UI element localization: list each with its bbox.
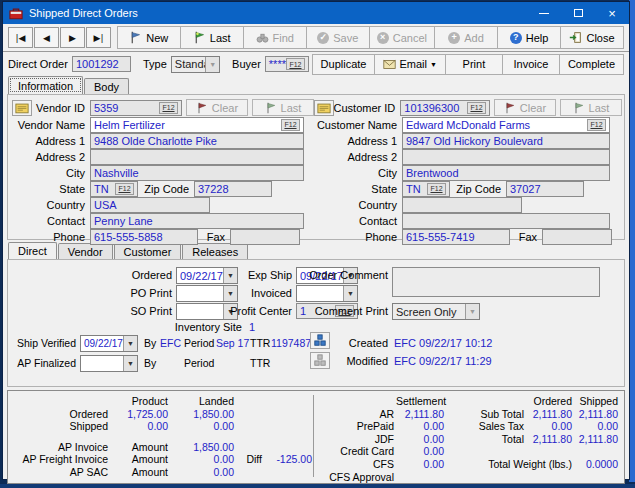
duplicate-button[interactable]: Duplicate	[312, 54, 376, 75]
close-button-label: Close	[586, 32, 614, 44]
customer-name-f12-button[interactable]: F12	[587, 119, 606, 131]
last-button[interactable]: Last	[180, 26, 244, 49]
direct-order-field[interactable]: 1001292	[72, 56, 131, 72]
email-dropdown-icon[interactable]: ▼	[430, 61, 437, 68]
vendor-lookup-card-icon	[15, 102, 29, 114]
customer-country-field[interactable]	[402, 197, 522, 213]
find-button[interactable]: Find	[243, 26, 307, 49]
help-button[interactable]: ? Help	[497, 26, 561, 49]
new-flag-icon	[129, 31, 142, 44]
maximize-button[interactable]	[561, 2, 595, 24]
customer-clear-button[interactable]: Clear	[494, 99, 556, 116]
exp-ship-label: Exp Ship	[172, 269, 292, 281]
close-window-button[interactable]: ×	[595, 2, 629, 24]
customer-address1-field[interactable]: 9847 Old Hickory Boulevard	[402, 133, 610, 149]
customer-address2-field[interactable]	[402, 149, 610, 165]
vendor-last-button[interactable]: Last	[252, 99, 314, 116]
order-comment-field[interactable]	[392, 267, 600, 297]
save-button[interactable]: ✓ Save	[306, 26, 370, 49]
customer-zip-field[interactable]: 37027	[506, 181, 584, 197]
customer-lookup-button[interactable]	[314, 100, 334, 116]
main-tabstrip: Information Body	[3, 76, 629, 94]
tab-releases[interactable]: Releases	[182, 243, 248, 259]
ship-verified-drilldown-button[interactable]	[310, 332, 330, 349]
cancel-button[interactable]: × Cancel	[369, 26, 435, 49]
ap-finalized-combo[interactable]: ▼	[80, 355, 138, 372]
shipped-row-label: Shipped	[8, 420, 110, 433]
vendor-fax-field[interactable]	[230, 229, 300, 245]
customer-zip-value: 37027	[510, 183, 541, 195]
tab-vendor[interactable]: Vendor	[58, 243, 113, 259]
vendor-name-f12-button[interactable]: F12	[281, 119, 300, 131]
customer-lookup-card-icon	[317, 102, 331, 114]
customer-fax-field[interactable]	[542, 229, 612, 245]
vendor-state-f12-button[interactable]: F12	[115, 183, 134, 195]
ship-verified-combo[interactable]: 09/22/17 ▼	[80, 335, 138, 352]
vendor-address2-field[interactable]	[90, 149, 304, 165]
sub-total-shipped-value: 2,111.80	[574, 408, 620, 421]
complete-button[interactable]: Complete	[559, 54, 624, 75]
customer-name-field[interactable]: Edward McDonald Farms F12	[402, 117, 610, 133]
tab-information[interactable]: Information	[8, 76, 83, 94]
ap-finalized-drilldown-button[interactable]	[310, 352, 330, 369]
tab-body[interactable]: Body	[84, 78, 129, 94]
invoice-button[interactable]: Invoice	[502, 54, 560, 75]
customer-id-field[interactable]: 101396300 F12	[400, 100, 490, 116]
invoiced-combo[interactable]: ▼	[296, 285, 358, 302]
vendor-city-field[interactable]: Nashville	[90, 165, 304, 181]
vendor-address1-field[interactable]: 9488 Olde Charlotte Pike	[90, 133, 304, 149]
ship-verified-by-label: By	[144, 337, 156, 349]
cubes-icon	[313, 334, 327, 347]
invoiced-chevron-down-icon[interactable]: ▼	[343, 286, 357, 301]
product-column-header: Product	[110, 395, 170, 408]
vendor-id-field[interactable]: 5359 F12	[90, 100, 182, 116]
vendor-name-field[interactable]: Helm Fertilizer F12	[90, 117, 304, 133]
tab-customer[interactable]: Customer	[114, 243, 182, 259]
minimize-button[interactable]	[527, 2, 561, 24]
buyer-f12-button[interactable]: F12	[286, 58, 305, 70]
customer-phone-field[interactable]: 615-555-7419	[402, 229, 510, 245]
tab-direct[interactable]: Direct	[8, 242, 57, 259]
vendor-lookup-button[interactable]	[12, 100, 32, 116]
ap-finalized-chevron-down-icon[interactable]: ▼	[123, 356, 137, 371]
customer-clear-flag-icon	[504, 102, 516, 114]
vendor-country-field[interactable]: USA	[90, 197, 210, 213]
detail-tabstrip: Direct Vendor Customer Releases	[3, 242, 629, 259]
vendor-contact-field[interactable]: Penny Lane	[90, 213, 304, 229]
comment-print-chevron-down-icon[interactable]: ▼	[465, 304, 479, 319]
customer-id-f12-button[interactable]: F12	[467, 102, 486, 114]
email-button-label: Email	[399, 58, 427, 70]
vendor-contact-value: Penny Lane	[94, 215, 153, 227]
customer-city-field[interactable]: Brentwood	[402, 165, 610, 181]
type-combo[interactable]: Standard ▼	[171, 56, 220, 73]
customer-last-button[interactable]: Last	[560, 99, 622, 116]
vendor-id-value: 5359	[94, 102, 118, 114]
next-record-button[interactable]: ▶	[60, 27, 85, 48]
chevron-down-icon[interactable]: ▼	[205, 57, 219, 72]
vendor-section: Vendor ID 5359 F12 Clear Last Vendor Nam…	[12, 99, 314, 239]
previous-record-button[interactable]: ◀	[34, 27, 59, 48]
email-button[interactable]: Email ▼	[374, 54, 445, 75]
close-button[interactable]: Close	[560, 26, 624, 49]
comment-print-value: Screen Only	[393, 304, 465, 319]
vendor-phone-field[interactable]: 615-555-5858	[90, 229, 198, 245]
add-button[interactable]: + Add	[434, 26, 498, 49]
customer-state-field[interactable]: TN F12	[402, 181, 450, 197]
vendor-id-f12-button[interactable]: F12	[159, 102, 178, 114]
vendor-zip-field[interactable]: 37228	[194, 181, 272, 197]
help-button-label: Help	[526, 32, 549, 44]
vendor-clear-button[interactable]: Clear	[186, 99, 248, 116]
ship-verified-by-value: EFC	[160, 337, 181, 349]
ship-verified-chevron-down-icon[interactable]: ▼	[123, 336, 137, 351]
comment-print-combo[interactable]: Screen Only ▼	[392, 303, 480, 320]
customer-contact-field[interactable]	[402, 213, 610, 229]
last-record-button[interactable]: ▶|	[86, 27, 111, 48]
customer-state-f12-button[interactable]: F12	[427, 183, 446, 195]
new-button[interactable]: New	[117, 26, 181, 49]
created-label: Created	[328, 337, 388, 349]
vendor-state-field[interactable]: TN F12	[90, 181, 138, 197]
print-button[interactable]: Print	[445, 54, 503, 75]
ship-verified-ttr-label: TTR	[250, 337, 270, 349]
first-record-button[interactable]: |◀	[8, 27, 33, 48]
buyer-field[interactable]: **** F12	[265, 56, 309, 72]
